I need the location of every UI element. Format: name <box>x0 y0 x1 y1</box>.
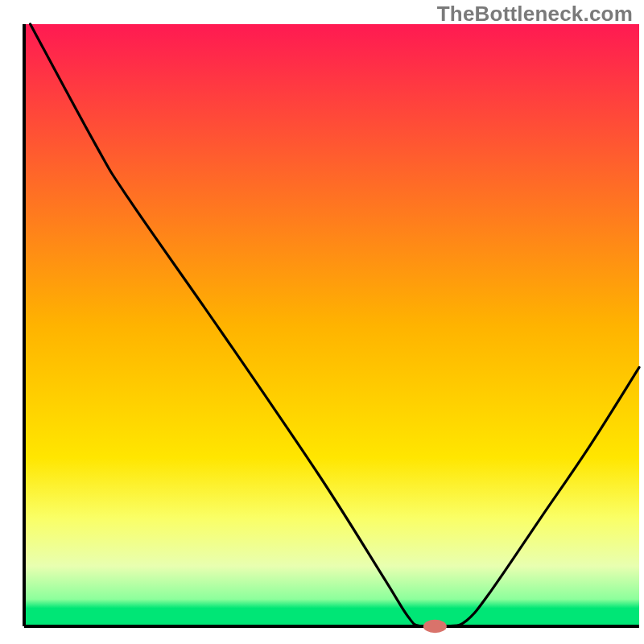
watermark-text: TheBottleneck.com <box>437 2 633 27</box>
chart-container: TheBottleneck.com <box>0 0 644 644</box>
plot-background <box>24 24 639 626</box>
bottleneck-chart <box>0 0 644 644</box>
optimal-point-marker <box>423 620 447 633</box>
